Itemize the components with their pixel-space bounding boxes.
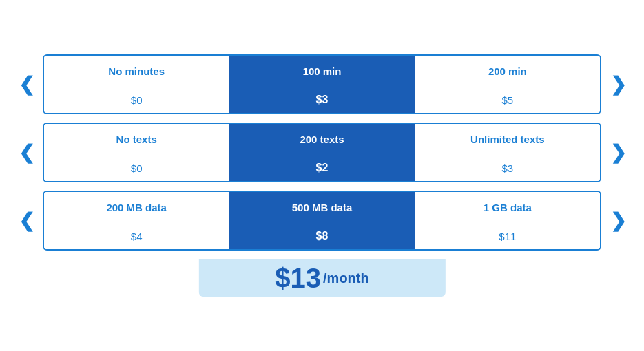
texts-prev-arrow[interactable]: ❮ (14, 141, 39, 164)
minutes-section: ❮ No minutes 100 min 200 min $0 $3 (14, 54, 630, 114)
data-prev-arrow[interactable]: ❮ (14, 209, 39, 232)
texts-option-0-header[interactable]: No texts (44, 124, 229, 155)
texts-price-row: $0 $2 $3 (44, 155, 600, 181)
texts-next-arrow[interactable]: ❯ (605, 141, 630, 164)
data-price-row: $4 $8 $11 (44, 223, 600, 249)
minutes-price-1: $3 (229, 87, 415, 113)
texts-section: ❮ No texts 200 texts Unlimited texts $0 … (14, 123, 630, 182)
minutes-next-arrow[interactable]: ❯ (605, 73, 630, 96)
texts-option-1-header[interactable]: 200 texts (229, 124, 415, 155)
total-column-highlight (198, 259, 445, 297)
data-price-2: $11 (415, 223, 600, 249)
minutes-option-2-header[interactable]: 200 min (415, 56, 600, 87)
minutes-option-1-header[interactable]: 100 min (229, 56, 415, 87)
total-price-section: $13 /month (14, 259, 630, 297)
minutes-price-2: $5 (415, 87, 600, 113)
minutes-prev-arrow[interactable]: ❮ (14, 73, 39, 96)
data-next-arrow[interactable]: ❯ (605, 209, 630, 232)
minutes-price-row: $0 $3 $5 (44, 87, 600, 113)
texts-price-0: $0 (44, 155, 229, 181)
data-price-0: $4 (44, 223, 229, 249)
texts-table: No texts 200 texts Unlimited texts $0 $2… (43, 123, 601, 182)
plan-selector: ❮ No minutes 100 min 200 min $0 $3 (14, 54, 630, 297)
data-table: 200 MB data 500 MB data 1 GB data $4 $8 … (43, 191, 601, 251)
total-period: /month (323, 270, 369, 286)
texts-header-row: No texts 200 texts Unlimited texts (44, 124, 600, 155)
data-header-row: 200 MB data 500 MB data 1 GB data (44, 192, 600, 223)
data-price-1: $8 (229, 223, 415, 249)
minutes-header-row: No minutes 100 min 200 min (44, 56, 600, 87)
data-option-0-header[interactable]: 200 MB data (44, 192, 229, 223)
data-option-2-header[interactable]: 1 GB data (415, 192, 600, 223)
texts-option-2-header[interactable]: Unlimited texts (415, 124, 600, 155)
data-option-1-header[interactable]: 500 MB data (229, 192, 415, 223)
minutes-price-0: $0 (44, 87, 229, 113)
total-amount: $13 (275, 263, 321, 294)
texts-price-2: $3 (415, 155, 600, 181)
data-section: ❮ 200 MB data 500 MB data 1 GB data $4 $… (14, 191, 630, 251)
minutes-table: No minutes 100 min 200 min $0 $3 $5 (43, 54, 601, 114)
texts-price-1: $2 (229, 155, 415, 181)
minutes-option-0-header[interactable]: No minutes (44, 56, 229, 87)
